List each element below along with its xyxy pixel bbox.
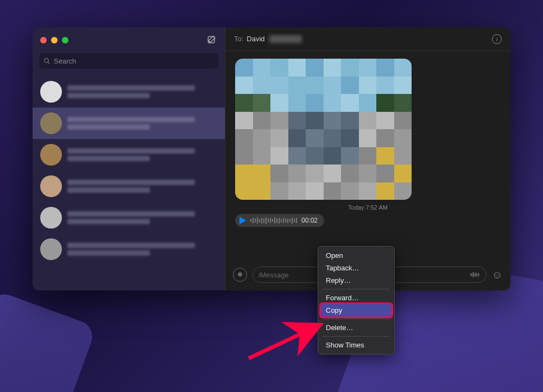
svg-point-1 xyxy=(45,58,49,62)
search-icon xyxy=(43,58,50,65)
menu-item-showtimes[interactable]: Show Times xyxy=(318,339,394,351)
avatar xyxy=(40,175,62,197)
audio-record-icon[interactable] xyxy=(470,271,481,279)
avatar xyxy=(40,144,62,166)
search-input[interactable]: Search xyxy=(39,53,218,68)
menu-separator xyxy=(323,336,390,337)
sidebar: Search xyxy=(33,27,225,290)
avatar xyxy=(40,112,62,134)
compose-icon[interactable] xyxy=(206,35,217,46)
minimize-window-button[interactable] xyxy=(51,37,58,43)
conversation-list xyxy=(33,74,225,290)
close-window-button[interactable] xyxy=(40,37,47,43)
conversation-item[interactable] xyxy=(33,233,225,265)
menu-item-forward[interactable]: Forward… xyxy=(318,292,394,304)
appstore-icon xyxy=(236,271,244,279)
search-placeholder: Search xyxy=(54,57,76,65)
audio-message[interactable]: 00:02 xyxy=(235,214,324,227)
menu-separator xyxy=(323,289,390,289)
conversation-item[interactable] xyxy=(33,108,225,139)
details-button[interactable]: i xyxy=(492,34,502,44)
menu-separator xyxy=(323,319,390,319)
fullscreen-window-button[interactable] xyxy=(62,37,68,43)
avatar xyxy=(40,207,62,229)
to-label: To: xyxy=(234,35,243,43)
play-icon[interactable] xyxy=(239,217,246,224)
window-controls xyxy=(40,37,68,43)
redacted xyxy=(269,35,302,43)
svg-line-9 xyxy=(249,325,320,358)
menu-item-delete[interactable]: Delete… xyxy=(318,321,394,334)
context-menu: OpenTapback…Reply…Forward…CopyDelete…Sho… xyxy=(318,246,395,355)
menu-item-reply[interactable]: Reply… xyxy=(318,274,394,287)
conversation-header: To: David i xyxy=(225,27,510,51)
recipient-name: David xyxy=(247,35,264,43)
message-placeholder: iMessage xyxy=(258,271,289,279)
menu-item-copy[interactable]: Copy xyxy=(321,304,392,317)
conversation-item[interactable] xyxy=(33,170,225,202)
messages-window: Search xyxy=(33,27,510,290)
menu-item-tapback[interactable]: Tapback… xyxy=(318,262,394,274)
image-message[interactable] xyxy=(235,59,412,200)
conversation-item[interactable] xyxy=(33,202,225,233)
waveform-icon xyxy=(250,217,297,224)
menu-item-open[interactable]: Open xyxy=(318,249,394,262)
timestamp: Today 7:52 AM xyxy=(235,204,501,211)
emoji-button[interactable]: ☺ xyxy=(492,269,503,281)
avatar xyxy=(40,238,62,260)
messages-area: Today 7:52 AM 00:02 xyxy=(225,51,510,264)
apps-button[interactable] xyxy=(233,268,247,282)
audio-duration: 00:02 xyxy=(301,217,318,224)
avatar xyxy=(40,81,62,103)
titlebar xyxy=(33,27,225,53)
conversation-item[interactable] xyxy=(33,76,225,108)
conversation-item[interactable] xyxy=(33,139,225,170)
